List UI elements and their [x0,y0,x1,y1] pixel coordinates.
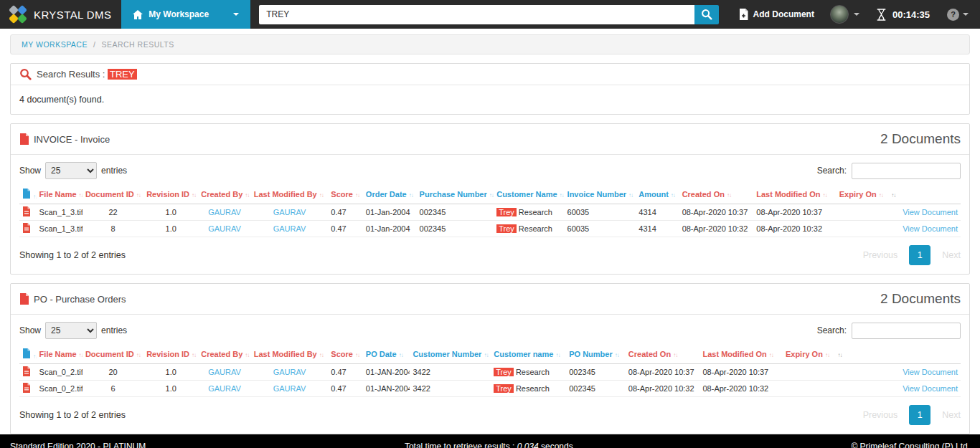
column-header-customer-name[interactable]: Customer Name↑↓ [494,186,564,204]
breadcrumb-my-workspace[interactable]: MY WORKSPACE [22,40,88,49]
help-menu[interactable]: ? [947,9,969,21]
column-label: Score [331,350,353,358]
column-header-customer-name[interactable]: Customer name↑↓ [491,345,566,364]
user-link[interactable]: GAURAV [273,208,306,216]
column-header-score[interactable]: Score↑↓ [328,345,363,364]
sort-icon: ↑↓ [823,192,827,199]
help-icon: ? [947,9,959,21]
sort-icon: ↑↓ [837,352,842,358]
pagination-next[interactable]: Next [942,250,961,260]
sort-icon: ↑↓ [560,192,564,199]
column-label: Created By [201,350,242,358]
column-header-invoice-number[interactable]: Invoice Number↑↓ [565,186,636,204]
table-search-input[interactable] [852,163,961,179]
global-search-button[interactable] [694,5,719,24]
brand-name: KRYSTAL DMS [34,9,111,21]
column-header-order-date[interactable]: Order Date↑↓ [363,186,417,204]
column-header-customer-number[interactable]: Customer Number↑↓ [410,345,491,364]
pagination-previous[interactable]: Previous [863,410,898,420]
retrieve-time: Total time to retrieve results : 0.034 s… [293,442,688,448]
view-document-link[interactable]: View Document [903,384,958,393]
column-label: Revision ID [146,190,189,199]
add-document-button[interactable]: Add Document [739,9,814,20]
file-column-icon [22,189,31,199]
cell-customer-name: Trey Research [491,381,566,397]
search-term-highlight: Trey [496,208,517,216]
user-link[interactable]: GAURAV [273,224,306,233]
search-icon [19,68,32,80]
column-header-amount[interactable]: Amount↑↓ [636,186,679,204]
search-results-title: Search Results : TREY [37,69,137,80]
results-count: 4 document(s) found. [11,85,969,114]
pagination-page-1[interactable]: 1 [909,245,930,265]
column-header-document-id[interactable]: Document ID↑↓ [83,186,143,204]
highlight-rest: Research [514,368,550,376]
sort-icon: ↑↓ [245,192,249,199]
column-header-document-id[interactable]: Document ID↑↓ [83,345,143,364]
cell-order-date: 01-Jan-2004 [363,221,417,237]
cell-file-name: Scan_1_3.tif [37,204,83,221]
column-header-created-on[interactable]: Created On↑↓ [679,186,754,204]
column-header-last-modified-on[interactable]: Last Modified On↑↓ [699,345,782,364]
column-header-file-icon[interactable]: ↑↓ [19,345,37,364]
column-header-purchase-number[interactable]: Purchase Number↑↓ [417,186,494,204]
user-link[interactable]: GAURAV [208,208,241,216]
cell-document-id: 6 [83,381,143,397]
user-link[interactable]: GAURAV [273,384,306,393]
my-workspace-tab[interactable]: My Workspace [121,0,250,29]
cell-score: 0.47 [328,364,363,381]
column-header-score[interactable]: Score↑↓ [328,186,363,204]
section-po-purchase-orders: PO - Purchase Orders2 DocumentsShow25ent… [10,283,970,434]
column-header-created-on[interactable]: Created On↑↓ [626,345,700,364]
column-label: File Name [39,190,77,199]
column-header-file-name[interactable]: File Name↑↓ [37,345,83,364]
cell-file-icon [19,221,37,237]
column-header-revision-id[interactable]: Revision ID↑↓ [143,186,198,204]
column-header-last-modified-on[interactable]: Last Modified On↑↓ [753,186,836,204]
column-header-last-modified-by[interactable]: Last Modified By↑↓ [251,345,329,364]
cell-last-modified-by: GAURAV [251,381,329,397]
column-header-created-by[interactable]: Created By↑↓ [198,186,250,204]
view-document-link[interactable]: View Document [903,368,958,376]
user-link[interactable]: GAURAV [208,368,241,376]
user-menu[interactable] [830,5,859,24]
user-link[interactable]: GAURAV [208,384,241,393]
column-header-column[interactable]: ↑↓ [832,345,961,364]
column-header-file-name[interactable]: File Name↑↓ [37,186,83,204]
user-link[interactable]: GAURAV [273,368,306,376]
column-header-last-modified-by[interactable]: Last Modified By↑↓ [251,186,329,204]
page-size-select[interactable]: 25 [45,162,97,179]
column-header-revision-id[interactable]: Revision ID↑↓ [143,345,198,364]
table-search-label: Search: [817,166,847,176]
cell-created-by: GAURAV [198,204,250,221]
pagination-page-1[interactable]: 1 [909,405,930,425]
column-header-created-by[interactable]: Created By↑↓ [198,345,250,364]
table-header-row: ↑↓File Name↑↓Document ID↑↓Revision ID↑↓C… [19,345,961,364]
column-label: File Name [39,350,77,358]
pagination: Previous1Next [863,405,961,425]
column-header-expiry-on[interactable]: Expiry On↑↓ [783,345,833,364]
pagination-next[interactable]: Next [942,410,961,420]
chevron-down-icon [854,13,859,16]
column-header-po-number[interactable]: PO Number↑↓ [566,345,626,364]
sort-icon: ↑↓ [79,192,83,199]
cell-expiry-on [783,364,833,381]
search-query-highlight: TREY [108,69,137,80]
column-header-expiry-on[interactable]: Expiry On↑↓ [837,186,887,204]
column-header-file-icon[interactable]: ↑↓ [19,186,37,204]
page-size-select[interactable]: 25 [45,322,97,339]
global-search-input[interactable] [259,5,694,24]
column-label: Created On [628,350,671,358]
cell-revision-id: 1.0 [143,364,198,381]
view-document-link[interactable]: View Document [903,224,958,233]
view-document-link[interactable]: View Document [903,208,958,216]
chevron-down-icon [233,13,239,16]
show-label: Show [19,325,41,335]
column-header-po-date[interactable]: PO Date↑↓ [363,345,410,364]
file-type-icon [22,206,31,216]
cell-customer-name: Trey Research [494,204,564,221]
table-search-input[interactable] [852,323,961,339]
column-header-column[interactable]: ↑↓ [886,186,961,204]
pagination-previous[interactable]: Previous [863,250,898,260]
user-link[interactable]: GAURAV [208,224,241,233]
